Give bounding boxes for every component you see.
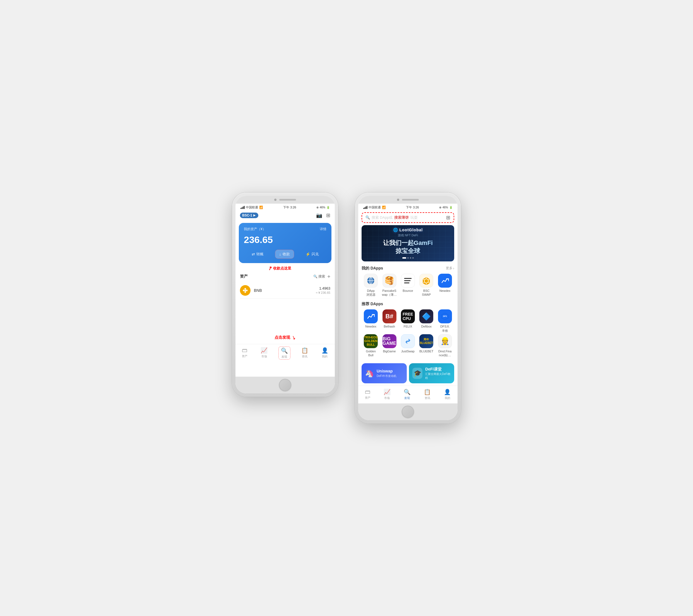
dapp-newdex-my[interactable]: Newdex (436, 274, 454, 297)
dapp-dmd[interactable]: 👷 Dmd.Finance(钻… (436, 334, 454, 357)
my-dapps-more[interactable]: 更多 › (446, 266, 454, 271)
banner-title-2: 掠宝全球 (383, 247, 433, 255)
left-speaker (279, 199, 296, 201)
right-status-bar: 中国联通 📶 下午 3:26 ⊕ 46% 🔋 (358, 204, 458, 211)
tab-discover[interactable]: 🔍 发现 (278, 346, 291, 360)
market-tab-label: 市场 (261, 355, 267, 358)
dapp-dfs[interactable]: DFS DFS大丰收 (436, 310, 454, 333)
dapp-bounce-label: Bounce (402, 289, 413, 293)
tab-market[interactable]: 📈 市场 (258, 346, 270, 360)
battery-icon: 🔋 (326, 206, 330, 209)
promo-uniswap-title: Uniswap (377, 369, 396, 374)
asset-card-top: 我的资产（¥） 详情 (244, 227, 326, 232)
recommended-dapps-section: 推荐 DApps Newdex (358, 300, 458, 361)
swap-button[interactable]: ⚡ 闪兑 (302, 250, 323, 259)
search-placeholder: 搜索 DApp或 (372, 215, 393, 220)
asset-actions: ⇄ 转账 ↓ 收款 ⚡ 闪兑 (244, 250, 326, 259)
dapp-bscswap-label: BSCSWAP (422, 289, 431, 297)
search-label: 搜索 (318, 274, 325, 279)
right-tab-news[interactable]: 📋 资讯 (421, 388, 433, 401)
dapp-pancake[interactable]: 🥞 PancakeSwap（薄… (380, 274, 398, 297)
tab-mine[interactable]: 👤 我的 (319, 346, 331, 360)
tab-assets[interactable]: 🗃 资产 (240, 346, 250, 360)
right-tab-discover[interactable]: 🔍 发现 (401, 388, 413, 401)
right-signal-bars (363, 206, 368, 209)
left-home-button[interactable] (279, 379, 291, 391)
transfer-button[interactable]: ⇄ 转账 (248, 250, 268, 259)
dapp-bounce[interactable]: Bounce (399, 274, 417, 297)
svg-marker-4 (244, 289, 246, 291)
dapp-bethash-label: Bethash (383, 324, 395, 329)
dapp-newdex-rec-label: Newdex (365, 324, 376, 329)
dapp-bluebet[interactable]: 周年BLUEBET BLUEBET (417, 334, 435, 357)
dapp-bscswap[interactable]: BSCSWAP (417, 274, 435, 297)
dapp-felix-label: FELIX (404, 324, 412, 329)
news-tab-label: 资讯 (302, 355, 308, 358)
right-news-tab-icon: 📋 (424, 389, 431, 395)
right-assets-tab-icon: 🗃 (365, 389, 371, 395)
news-tab-icon: 📋 (301, 347, 308, 354)
right-tab-mine[interactable]: 👤 我的 (442, 388, 453, 401)
left-status-right: ⊕ 46% 🔋 (316, 206, 330, 209)
dapp-golden-icon: TRX•EOSGOLDENBULL (364, 334, 378, 348)
search-box[interactable]: 🔍 搜索 DApp或 搜索薄饼 玩耍 ⊞ (361, 212, 454, 223)
recommended-dapps-title: 推荐 DApps (361, 302, 383, 306)
flash-icon: ⚡ (305, 252, 310, 256)
dapp-justswap-label: JustSwap (401, 349, 415, 353)
my-dapps-title: 我的 DApps (361, 266, 383, 271)
add-asset-button[interactable]: + (327, 274, 330, 280)
left-time: 下午 3:26 (283, 205, 296, 210)
dapp-biggame[interactable]: BiGGAME BigGame (380, 334, 398, 357)
right-home-button[interactable] (402, 406, 414, 418)
right-tab-assets[interactable]: 🗃 资产 (363, 388, 373, 401)
assets-tab-label: 资产 (242, 354, 248, 358)
dapp-defibox-label: Defibox (421, 324, 432, 329)
promo-defi[interactable]: 🎓 DeFi课堂 汇聚全网最火DeFi教程 (409, 363, 454, 383)
left-carrier: 中国联通 (246, 205, 258, 210)
detail-link[interactable]: 详情 (320, 227, 326, 232)
dapp-biggame-label: BigGame (383, 349, 396, 353)
right-status-right: ⊕ 46% 🔋 (439, 206, 453, 209)
swap-label: 闪兑 (312, 252, 319, 257)
left-phone-wrapper: 中国联通 📶 下午 3:26 ⊕ 46% 🔋 BSC-1 (232, 193, 338, 397)
bnb-values: 1.4963 ≈ ¥ 236.65 (316, 286, 330, 294)
dapp-golden[interactable]: TRX•EOSGOLDENBULL GoldenBull (362, 334, 380, 357)
dapp-browser[interactable]: DApp浏览器 (362, 274, 380, 297)
camera-icon[interactable]: 📷 (316, 212, 322, 218)
right-scan-icon[interactable]: ⊞ (446, 215, 450, 221)
dapp-felix[interactable]: FREECPU FELIX (399, 310, 417, 333)
network-badge[interactable]: BSC-1 ▶ (240, 213, 258, 218)
right-phone-wrapper: 中国联通 📶 下午 3:26 ⊕ 46% 🔋 🔍 (355, 193, 461, 424)
left-camera-area (235, 196, 335, 204)
dapp-newdex-rec[interactable]: Newdex (362, 310, 380, 333)
banner-logo: 🌐 LootGlobal (383, 228, 433, 232)
right-tab-market[interactable]: 📈 市场 (381, 388, 393, 401)
left-battery: 46% (320, 206, 325, 209)
right-time: 下午 3:26 (406, 205, 419, 210)
dapp-bethash[interactable]: B# Bethash (380, 310, 398, 333)
search-magnify-icon: 🔍 (365, 215, 370, 220)
scan-icon[interactable]: ⊞ (326, 212, 330, 218)
banner-content: 🌐 LootGlobal 游戏 NFT DeFi 让我们一起GamFi 掠宝全球 (383, 228, 433, 259)
dapp-justswap[interactable]: JustSwap (399, 334, 417, 357)
left-camera-dot (274, 199, 276, 201)
transfer-icon: ⇄ (252, 252, 255, 256)
bnb-amount: 1.4963 (316, 286, 330, 291)
right-speaker (402, 199, 419, 201)
banner[interactable]: 🌐 LootGlobal 游戏 NFT DeFi 让我们一起GamFi 掠宝全球 (361, 225, 454, 261)
promo-defi-sub: 汇聚全网最火DeFi教程 (425, 372, 451, 380)
promo-uniswap[interactable]: 🦄 Uniswap DeFi牛市发动机 (361, 363, 407, 383)
receive-button[interactable]: ↓ 收款 (275, 250, 294, 259)
my-dapps-header: 我的 DApps 更多 › (361, 266, 454, 271)
mine-tab-label: 我的 (322, 355, 328, 358)
bnb-row: BNB 1.4963 ≈ ¥ 236.65 (240, 282, 330, 299)
assets-search: 🔍 搜索 + (313, 274, 330, 280)
mine-tab-icon: 👤 (321, 347, 329, 354)
search-button[interactable]: 🔍 搜索 (313, 274, 325, 279)
dapp-defibox[interactable]: 🔷 Defibox (417, 310, 435, 333)
right-mine-tab-label: 我的 (445, 396, 450, 400)
right-phone: 中国联通 📶 下午 3:26 ⊕ 46% 🔋 🔍 (355, 193, 461, 424)
dapp-browser-icon (364, 274, 378, 287)
tab-news[interactable]: 📋 资讯 (299, 346, 311, 360)
discover-annotation: 点击发现 (275, 335, 290, 340)
